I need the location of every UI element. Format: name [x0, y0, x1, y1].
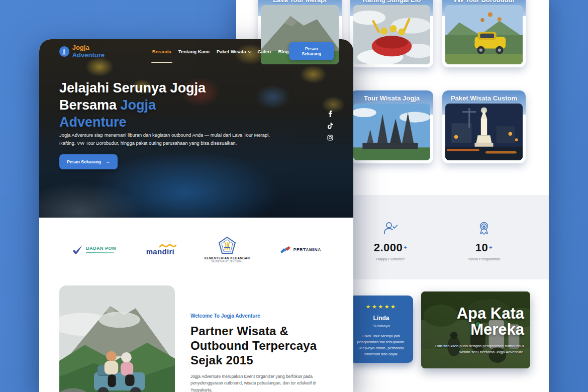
tugu-monument-icon	[59, 46, 69, 57]
testimonial-city: Surabaya	[354, 324, 408, 328]
partner-logos-bar: BADAN POM mandiri KEMENTERIAN KEUANGAN S…	[39, 218, 353, 281]
badan-pom-tagline	[86, 252, 114, 253]
testimonials-heading: Apa Kata Mereka	[429, 306, 524, 337]
user-check-icon	[353, 220, 428, 237]
nav-item-galeri[interactable]: Galeri	[257, 49, 271, 54]
facebook-icon[interactable]	[327, 111, 333, 117]
partner-subname: SEKRETARIAT JENDERAL	[211, 260, 243, 263]
about-heading: Partner Wisata & Outbound Terpercaya Sej…	[190, 324, 334, 367]
instagram-icon[interactable]	[327, 135, 333, 141]
stat-plus: +	[489, 244, 493, 250]
medal-icon	[446, 220, 522, 237]
badan-pom-check-icon	[71, 244, 83, 256]
testimonials-subtitle: Ratusan klien puas dengan pengalaman out…	[429, 343, 524, 355]
package-card-tour-wisata-jogja[interactable]: Tour Wisata Jogja	[350, 90, 433, 163]
package-card-title: Lava Tour Merapi	[258, 0, 342, 4]
about-paragraph-1: Jogja Adventure merupakan Event Organize…	[190, 373, 330, 392]
stat-tahun-pengalaman: 10+ Tahun Pengalaman	[446, 220, 522, 261]
package-card-paket-wisata-custom[interactable]: Paket Wisata Custom	[442, 90, 526, 163]
prambanan-temple-image	[353, 104, 430, 160]
testimonial-name: Linda	[354, 315, 408, 322]
partner-name: PERTAMINA	[293, 247, 321, 252]
testimonial-text: Lava Tour Merapi jadi pengalaman tak ter…	[354, 333, 408, 357]
partner-name: BADAN POM	[86, 246, 116, 251]
site-header: Jogja Adventure Beranda Tentang Kami Pak…	[59, 45, 334, 58]
package-card-rafting-sungai-elo[interactable]: Rafting Sungai Elo	[350, 0, 433, 67]
apa-kata-mereka-card: Apa Kata Mereka Ratusan klien puas denga…	[421, 291, 530, 368]
partner-logo-badan-pom: BADAN POM	[71, 244, 116, 256]
package-card-title: Rafting Sungai Elo	[350, 0, 433, 4]
nav-item-beranda[interactable]: Beranda	[152, 49, 171, 54]
brand-logo[interactable]: Jogja Adventure	[59, 44, 120, 59]
stat-value: 2.000+	[353, 241, 428, 254]
about-kicker: Welcome To Jogja Adventure	[190, 313, 334, 319]
nav-item-tentang-kami[interactable]: Tentang Kami	[178, 49, 210, 54]
chevron-down-icon	[248, 49, 252, 53]
stat-label: Tahun Pengalaman	[446, 257, 522, 261]
hero-pesan-sekarang-button[interactable]: Pesan Sekarang →	[59, 154, 118, 169]
stat-value: 10+	[446, 241, 522, 254]
stat-happy-customer: 2.000+ Happy Customer	[353, 220, 428, 261]
stat-plus: +	[404, 244, 407, 250]
vw-car-image	[445, 5, 523, 64]
package-card-title: Paket Wisata Custom	[442, 94, 526, 102]
stat-label: Happy Customer	[353, 257, 428, 261]
partner-logo-mandiri: mandiri	[146, 243, 174, 256]
hero-section: Jogja Adventure Beranda Tentang Kami Pak…	[39, 39, 353, 218]
nav-item-blog[interactable]: Blog	[278, 49, 288, 54]
hero-title: Jelajahi Serunya Jogja Bersama Jogja Adv…	[59, 79, 206, 131]
partner-name: mandiri	[146, 247, 174, 256]
merapi-jeep-photo	[59, 285, 175, 392]
partner-logo-kemenkeu: KEMENTERIAN KEUANGAN SEKRETARIAT JENDERA…	[205, 237, 250, 263]
main-nav: Beranda Tentang Kami Paket Wisata Galeri…	[152, 49, 289, 54]
pertamina-arrow-icon	[280, 246, 291, 254]
nav-item-paket-wisata[interactable]: Paket Wisata	[217, 49, 251, 54]
social-links	[327, 111, 333, 141]
brand-name: Jogja Adventure	[72, 44, 120, 59]
package-card-title: Tour Wisata Jogja	[350, 94, 433, 102]
about-section: Welcome To Jogja Adventure Partner Wisat…	[39, 281, 353, 392]
partner-name: KEMENTERIAN KEUANGAN	[205, 256, 250, 260]
rating-stars: ★★★★★	[354, 304, 408, 310]
rafting-image	[353, 5, 430, 64]
package-card-title: VW Tour Borobudur	[442, 0, 526, 4]
arrow-right-icon: →	[106, 159, 110, 164]
package-card-vw-tour-borobudur[interactable]: VW Tour Borobudur	[442, 0, 526, 67]
kemenkeu-emblem-icon	[219, 237, 236, 255]
foreground-page-screenshot: Jogja Adventure Beranda Tentang Kami Pak…	[39, 39, 353, 392]
mandiri-wave-icon	[159, 243, 176, 248]
partner-logo-pertamina: PERTAMINA	[280, 246, 321, 254]
tugu-jogja-night-image	[445, 104, 523, 160]
tiktok-icon[interactable]	[327, 123, 333, 129]
header-pesan-sekarang-button[interactable]: Pesan Sekarang	[289, 42, 334, 60]
hero-description: Jogja Adventure siap menemani liburan da…	[59, 131, 279, 147]
testimonial-card[interactable]: ★★★★★ Linda Surabaya Lava Tour Merapi ja…	[349, 296, 413, 363]
